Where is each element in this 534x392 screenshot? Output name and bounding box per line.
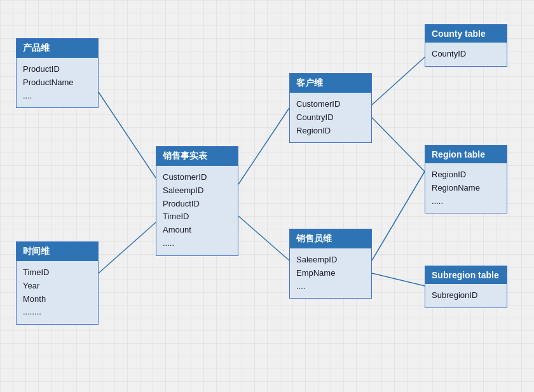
connector-line-4 [372, 57, 425, 105]
table-subregion: Subregion tableSubregionID [425, 266, 507, 308]
table-customer-body: CustomerIDCountryIDRegionID [290, 93, 371, 142]
table-saleemp-body: SaleempIDEmpName.... [290, 248, 371, 298]
field-time-Month: Month [23, 293, 92, 306]
connector-line-0 [99, 92, 156, 178]
table-region-body: RegionIDRegionName..... [425, 163, 507, 213]
table-customer-header: 客户维 [290, 74, 371, 93]
table-fact-header: 销售事实表 [156, 147, 238, 166]
table-time: 时间维TimeIDYearMonth........ [16, 241, 99, 325]
table-time-body: TimeIDYearMonth........ [17, 261, 98, 324]
field-product-....: .... [23, 90, 92, 103]
connector-line-5 [372, 118, 425, 172]
connector-line-3 [238, 216, 289, 260]
table-saleemp-header: 销售员维 [290, 229, 371, 248]
field-product-ProductName: ProductName [23, 76, 92, 90]
field-region-.....: ..... [432, 195, 500, 208]
field-time-Year: Year [23, 280, 92, 293]
table-subregion-body: SubregionID [425, 284, 507, 308]
field-customer-RegionID: RegionID [296, 125, 365, 138]
field-fact-SaleempID: SaleempID [163, 184, 231, 198]
field-time-........: ........ [23, 306, 92, 319]
table-product-header: 产品维 [17, 39, 98, 58]
field-region-RegionName: RegionName [432, 182, 500, 195]
table-time-header: 时间维 [17, 242, 98, 261]
table-county-header: County table [425, 25, 507, 43]
field-fact-ProductID: ProductID [163, 198, 231, 211]
field-fact-.....: ..... [163, 237, 231, 250]
table-county: County tableCountyID [425, 24, 507, 67]
field-fact-TimeID: TimeID [163, 210, 231, 224]
table-region: Region tableRegionIDRegionName..... [425, 145, 507, 213]
field-time-TimeID: TimeID [23, 266, 92, 280]
table-subregion-header: Subregion table [425, 266, 507, 284]
table-fact-body: CustomerIDSaleempIDProductIDTimeIDAmount… [156, 166, 238, 255]
field-county-CountyID: CountyID [432, 48, 500, 61]
field-saleemp-EmpName: EmpName [296, 267, 365, 280]
table-county-body: CountyID [425, 43, 507, 66]
field-subregion-SubregionID: SubregionID [432, 289, 500, 302]
field-customer-CountryID: CountryID [296, 111, 365, 125]
table-customer: 客户维CustomerIDCountryIDRegionID [289, 73, 372, 143]
field-product-ProductID: ProductID [23, 63, 92, 76]
table-fact: 销售事实表CustomerIDSaleempIDProductIDTimeIDA… [156, 146, 238, 256]
connector-line-6 [372, 172, 425, 260]
connector-line-1 [99, 222, 156, 273]
field-customer-CustomerID: CustomerID [296, 98, 365, 111]
table-region-header: Region table [425, 145, 507, 163]
field-fact-CustomerID: CustomerID [163, 171, 231, 184]
table-product-body: ProductIDProductName.... [17, 58, 98, 107]
connector-line-7 [372, 273, 425, 286]
field-fact-Amount: Amount [163, 224, 231, 237]
field-saleemp-SaleempID: SaleempID [296, 253, 365, 267]
table-saleemp: 销售员维SaleempIDEmpName.... [289, 229, 372, 299]
connector-line-2 [238, 108, 289, 184]
field-saleemp-....: .... [296, 280, 365, 294]
field-region-RegionID: RegionID [432, 168, 500, 182]
table-product: 产品维ProductIDProductName.... [16, 38, 99, 108]
